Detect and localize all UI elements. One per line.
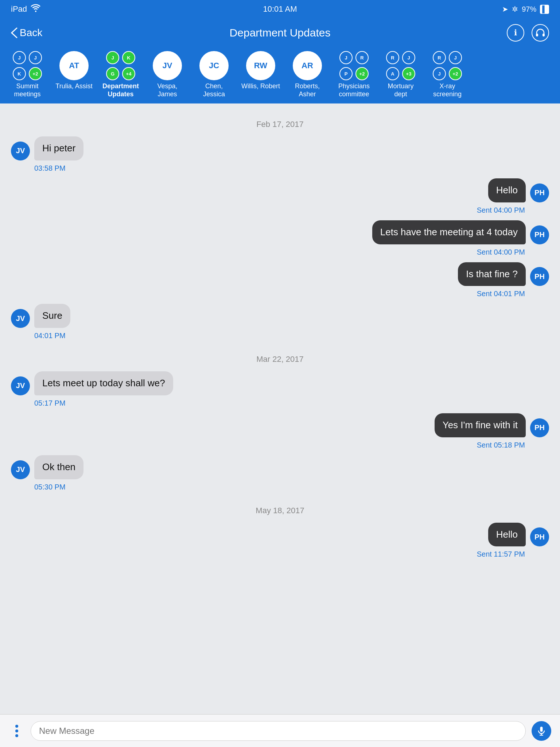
time-m5: 04:01 PM bbox=[34, 332, 549, 340]
time-m9: Sent 11:57 PM bbox=[11, 550, 525, 558]
contact-physicians[interactable]: J R P +2 Physicianscommittee bbox=[334, 51, 374, 98]
dots-menu-button[interactable] bbox=[9, 723, 25, 739]
contact-roberts[interactable]: AR Roberts, Asher bbox=[287, 51, 327, 98]
dot-3 bbox=[15, 734, 18, 737]
ph-avatar-m7: PH bbox=[530, 418, 549, 437]
contact-chen-label: Chen, Jessica bbox=[194, 82, 234, 98]
message-row-m7: Yes I'm fine with it PH bbox=[11, 413, 549, 437]
contact-department[interactable]: J K G +4 DepartmentUpdates bbox=[101, 51, 141, 98]
headphones-button[interactable] bbox=[532, 24, 549, 42]
mic-icon bbox=[536, 726, 547, 736]
contact-willis-label: Willis, Robert bbox=[241, 82, 280, 90]
date-divider-may: May 18, 2017 bbox=[11, 506, 549, 515]
contact-vespa[interactable]: JV Vespa, James bbox=[147, 51, 187, 98]
info-button[interactable]: ℹ bbox=[507, 24, 524, 42]
time-m6: 05:17 PM bbox=[34, 399, 549, 407]
bubble-m4: Is that fine ? bbox=[458, 262, 526, 286]
date-divider-feb: Feb 17, 2017 bbox=[11, 120, 549, 129]
contact-summit-label: Summitmeetings bbox=[14, 82, 40, 98]
message-row-m2: Hello PH bbox=[11, 178, 549, 202]
message-row-m4: Is that fine ? PH bbox=[11, 262, 549, 286]
bubble-m5: Sure bbox=[34, 304, 70, 328]
contact-department-label: DepartmentUpdates bbox=[102, 82, 139, 98]
contact-mortuary[interactable]: R J A +3 Mortuary dept bbox=[381, 51, 421, 98]
bubble-m3: Lets have the meeting at 4 today bbox=[372, 220, 526, 244]
time-m7: Sent 05:18 PM bbox=[11, 441, 525, 449]
bubble-m9: Hello bbox=[488, 523, 526, 547]
message-row-m9: Hello PH bbox=[11, 523, 549, 547]
ph-avatar-m3: PH bbox=[530, 225, 549, 244]
message-row-m8: JV Ok then bbox=[11, 455, 549, 479]
contacts-bar: J J K +2 Summitmeetings AT Trulia, Assis… bbox=[0, 47, 560, 104]
message-row-m1: JV Hi peter bbox=[11, 136, 549, 160]
bluetooth-icon: ✲ bbox=[512, 5, 518, 13]
ph-avatar-m2: PH bbox=[530, 183, 549, 202]
time-m4: Sent 04:01 PM bbox=[11, 290, 525, 298]
contact-physicians-label: Physicianscommittee bbox=[338, 82, 370, 98]
contact-trulia-label: Trulia, Assist bbox=[55, 82, 92, 90]
contact-summit[interactable]: J J K +2 Summitmeetings bbox=[7, 51, 47, 98]
back-label: Back bbox=[20, 27, 42, 39]
jv-avatar-m6: JV bbox=[11, 376, 30, 395]
chat-area: Feb 17, 2017 JV Hi peter 03:58 PM Hello … bbox=[0, 104, 560, 714]
wifi-icon bbox=[31, 4, 41, 14]
battery-icon: ▌ bbox=[540, 5, 549, 14]
location-icon: ➤ bbox=[502, 5, 508, 13]
jv-avatar-m8: JV bbox=[11, 460, 30, 479]
svg-rect-0 bbox=[536, 34, 538, 36]
contact-xray[interactable]: R J J +2 X-ray screening bbox=[427, 51, 467, 98]
contact-mortuary-label: Mortuary dept bbox=[381, 82, 421, 98]
bubble-m6: Lets meet up today shall we? bbox=[34, 371, 173, 395]
device-label: iPad bbox=[11, 4, 27, 14]
dot-2 bbox=[15, 729, 18, 732]
contact-xray-label: X-ray screening bbox=[427, 82, 467, 98]
jv-avatar-m1: JV bbox=[11, 142, 30, 160]
bubble-m2: Hello bbox=[488, 178, 526, 202]
bubble-m8: Ok then bbox=[34, 455, 83, 479]
battery-level: 97% bbox=[522, 5, 536, 13]
back-button[interactable]: Back bbox=[11, 27, 42, 39]
contact-vespa-label: Vespa, James bbox=[147, 82, 187, 98]
time-m8: 05:30 PM bbox=[34, 483, 549, 491]
message-row-m6: JV Lets meet up today shall we? bbox=[11, 371, 549, 395]
bubble-m7: Yes I'm fine with it bbox=[435, 413, 526, 437]
date-divider-mar: Mar 22, 2017 bbox=[11, 355, 549, 364]
dot-1 bbox=[15, 725, 18, 728]
message-row-m3: Lets have the meeting at 4 today PH bbox=[11, 220, 549, 244]
contact-willis[interactable]: RW Willis, Robert bbox=[241, 51, 281, 98]
message-row-m5: JV Sure bbox=[11, 304, 549, 328]
jv-avatar-m5: JV bbox=[11, 309, 30, 328]
svg-rect-2 bbox=[540, 727, 543, 732]
time-m3: Sent 04:00 PM bbox=[11, 248, 525, 256]
nav-bar: Back Department Updates ℹ bbox=[0, 18, 560, 47]
status-bar: iPad 10:01 AM ➤ ✲ 97% ▌ bbox=[0, 0, 560, 18]
ph-avatar-m9: PH bbox=[530, 527, 549, 546]
contact-trulia[interactable]: AT Trulia, Assist bbox=[54, 51, 94, 98]
bubble-m1: Hi peter bbox=[34, 136, 83, 160]
contact-roberts-label: Roberts, Asher bbox=[287, 82, 327, 98]
message-input[interactable] bbox=[31, 721, 526, 741]
time-m1: 03:58 PM bbox=[34, 164, 549, 173]
mic-button[interactable] bbox=[532, 721, 551, 741]
bottom-bar bbox=[0, 714, 560, 747]
status-time: 10:01 AM bbox=[263, 4, 297, 14]
ph-avatar-m4: PH bbox=[530, 267, 549, 286]
nav-title: Department Updates bbox=[230, 27, 331, 39]
time-m2: Sent 04:00 PM bbox=[11, 206, 525, 214]
contact-chen[interactable]: JC Chen, Jessica bbox=[194, 51, 234, 98]
svg-rect-1 bbox=[542, 34, 545, 36]
